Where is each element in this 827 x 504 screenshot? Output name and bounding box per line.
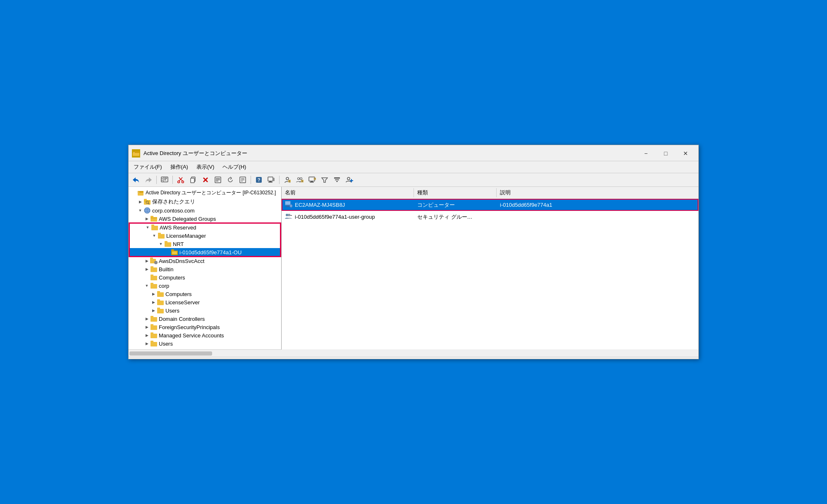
- maximize-button[interactable]: □: [656, 148, 675, 159]
- tree-node-corp-contoso: ▼ corp.contoso.com: [129, 206, 281, 348]
- user-button[interactable]: [282, 174, 293, 185]
- group-button[interactable]: [294, 174, 306, 185]
- filter2-button[interactable]: [331, 174, 343, 185]
- tree-scrollbar[interactable]: [129, 349, 282, 357]
- svg-text:?: ?: [258, 177, 261, 182]
- svg-point-36: [300, 178, 302, 180]
- computers-button[interactable]: [306, 174, 318, 185]
- tree-node-builtin: ▶ Builtin: [129, 265, 281, 273]
- col-header-desc[interactable]: 説明: [497, 188, 698, 197]
- show-console-button[interactable]: [159, 174, 170, 185]
- tree-row-awsds-dns[interactable]: ▶ AwsDsDnsSvc: [129, 257, 281, 265]
- tree-panel[interactable]: Active Directory ユーザーとコンピューター [IP-C61302…: [129, 187, 282, 349]
- help-button[interactable]: ?: [253, 174, 265, 185]
- tree-row-root[interactable]: Active Directory ユーザーとコンピューター [IP-C61302…: [129, 189, 281, 197]
- connect-button[interactable]: [265, 174, 277, 185]
- root-icon: [137, 190, 144, 196]
- users-root-label: Users: [159, 341, 281, 347]
- menu-file[interactable]: ファイル(F): [130, 162, 165, 172]
- tree-row-ou-item[interactable]: i-010d5dd65f9e774a1-OU: [129, 248, 280, 256]
- svg-rect-8: [164, 179, 166, 180]
- tree-row-nrt[interactable]: ▼ NRT: [129, 240, 280, 248]
- cell-desc-ec2amaz: i-010d5dd65f9e774a1: [497, 201, 698, 209]
- refresh-button[interactable]: [225, 174, 236, 185]
- tree-node-managed-service: ▶ Managed Service Accounts: [129, 331, 281, 339]
- tree-row-computers-root[interactable]: ▶ Computers: [129, 273, 281, 282]
- foreign-security-icon: [150, 324, 158, 330]
- tree-row-corp-contoso[interactable]: ▼ corp.contoso.com: [129, 206, 281, 215]
- aws-reserved-icon: [151, 224, 158, 231]
- tree-row-builtin[interactable]: ▶ Builtin: [129, 265, 281, 273]
- corp-icon: [150, 282, 158, 289]
- list-row-group[interactable]: i-010d5dd65f9e774a1-user-group セキュリティ グル…: [282, 211, 698, 223]
- forward-button[interactable]: [143, 174, 154, 185]
- menu-action[interactable]: 操作(A): [167, 162, 191, 172]
- svg-rect-41: [311, 181, 313, 182]
- svg-rect-76: [171, 249, 174, 251]
- main-content: Active Directory ユーザーとコンピューター [IP-C61302…: [129, 187, 698, 349]
- svg-rect-99: [151, 324, 153, 326]
- list-row-ec2amaz[interactable]: EC2AMAZ-MJ4SB8J コンピューター i-010d5dd65f9e77…: [282, 199, 698, 211]
- tree-row-saved-queries[interactable]: ▶ 保存されたクエリ: [129, 197, 281, 206]
- filter-button[interactable]: [319, 174, 330, 185]
- tree-row-corp-users[interactable]: ▶ Users: [129, 306, 281, 315]
- back-button[interactable]: [130, 174, 142, 185]
- tree-row-corp-computers[interactable]: ▶ Computers: [129, 290, 281, 298]
- tree-row-domain-controllers[interactable]: ▶ Domain Controllers: [129, 315, 281, 323]
- tree-row-license-manager[interactable]: ▼ LicenseManager: [129, 232, 280, 240]
- svg-rect-74: [165, 241, 167, 243]
- svg-rect-83: [154, 262, 158, 263]
- copy-button[interactable]: [187, 174, 199, 185]
- svg-rect-85: [151, 266, 153, 268]
- tree-row-aws-reserved[interactable]: ▼ AWS Reserved: [129, 223, 280, 232]
- domain-controllers-label: Domain Controllers: [159, 316, 281, 322]
- col-header-name[interactable]: 名前: [282, 188, 414, 197]
- properties-button[interactable]: [212, 174, 224, 185]
- corp-label: corp: [159, 283, 281, 289]
- cut-button[interactable]: [175, 174, 186, 185]
- svg-rect-55: [138, 191, 139, 192]
- minimize-button[interactable]: −: [636, 148, 655, 159]
- domain-controllers-icon: [150, 315, 158, 322]
- cell-name-group: i-010d5dd65f9e774a1-user-group: [282, 212, 414, 222]
- tree-node-ou-item: i-010d5dd65f9e774a1-OU: [129, 248, 280, 256]
- close-button[interactable]: ✕: [676, 148, 695, 159]
- expander-corp: ▼: [143, 282, 150, 289]
- expander-domain-controllers: ▶: [143, 315, 150, 322]
- aws-delegated-icon: [150, 215, 158, 222]
- list-header: 名前 種類 説明: [282, 187, 698, 199]
- expander-aws-delegated: ▶: [143, 215, 150, 222]
- expander-corp-license-server: ▶: [150, 299, 157, 306]
- delete-button[interactable]: [200, 174, 211, 185]
- tree-row-corp[interactable]: ▼ corp: [129, 282, 281, 290]
- menu-help[interactable]: ヘルプ(H): [219, 162, 249, 172]
- svg-rect-87: [151, 275, 153, 277]
- managed-service-icon: [150, 332, 158, 339]
- corp-computers-icon: [157, 291, 164, 297]
- svg-point-50: [347, 177, 350, 180]
- menu-view[interactable]: 表示(V): [193, 162, 218, 172]
- svg-rect-28: [269, 181, 272, 182]
- tree-row-foreign-security[interactable]: ▶ ForeignSecurityPrincipals: [129, 323, 281, 331]
- svg-point-112: [288, 214, 290, 216]
- tree-row-aws-delegated[interactable]: ▶ AWS Delegated Groups: [129, 215, 281, 223]
- tree-row-corp-license-server[interactable]: ▶ LicenseServer: [129, 298, 281, 306]
- corp-contoso-label: corp.contoso.com: [152, 208, 281, 214]
- col-header-type[interactable]: 種類: [414, 188, 497, 197]
- svg-rect-68: [151, 217, 157, 219]
- horizontal-scroll-thumb[interactable]: [129, 351, 212, 356]
- group-icon-list: [285, 213, 292, 221]
- expander-corp-contoso: ▼: [137, 207, 143, 214]
- expander-managed-service: ▶: [143, 332, 150, 339]
- window-controls: − □ ✕: [636, 148, 695, 159]
- svg-rect-105: [285, 201, 290, 205]
- tree-row-users-root[interactable]: ▶ Users: [129, 339, 281, 348]
- tree-row-managed-service[interactable]: ▶ Managed Service Accounts: [129, 331, 281, 339]
- expander-aws-reserved: ▼: [144, 224, 151, 231]
- svg-rect-77: [172, 251, 177, 254]
- svg-rect-14: [191, 178, 194, 183]
- add-user-button[interactable]: [344, 174, 355, 185]
- computers-root-icon: [150, 274, 158, 281]
- export-button[interactable]: [237, 174, 249, 185]
- separator3: [251, 176, 251, 184]
